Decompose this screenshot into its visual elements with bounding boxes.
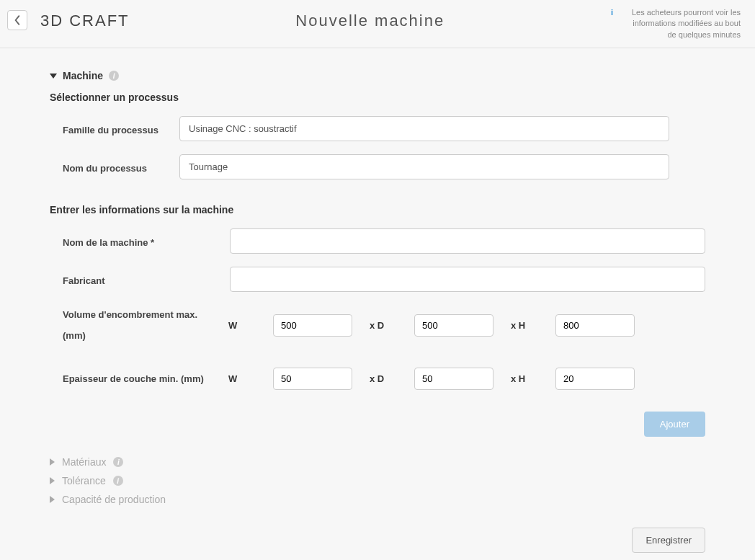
caret-right-icon xyxy=(50,496,55,503)
layer-h-input[interactable] xyxy=(555,368,635,390)
notice-text: Les acheteurs pourront voir les informat… xyxy=(632,8,741,39)
section-tolerance[interactable]: Tolérance i xyxy=(50,471,705,490)
layer-label: Epaisseur de couche min. (mm) xyxy=(63,369,228,390)
caret-down-icon xyxy=(50,74,57,79)
select-process-heading: Sélectionner un processus xyxy=(50,92,705,103)
manufacturer-input[interactable] xyxy=(230,267,705,292)
info-icon: i xyxy=(611,7,613,18)
dim-h-label: x H xyxy=(511,373,538,384)
machine-name-input[interactable] xyxy=(230,228,705,254)
section-machine[interactable]: Machine i xyxy=(50,70,705,81)
process-family-label: Famille du processus xyxy=(63,116,171,140)
layer-d-input[interactable] xyxy=(414,368,493,390)
section-capacite[interactable]: Capacité de production xyxy=(50,490,705,509)
dim-d-label: x D xyxy=(370,373,397,384)
section-tolerance-label: Tolérance xyxy=(62,475,106,486)
process-name-label: Nom du processus xyxy=(63,154,171,178)
layer-w-input[interactable] xyxy=(273,368,352,390)
section-machine-label: Machine xyxy=(63,70,103,81)
page-title: Nouvelle machine xyxy=(130,12,611,30)
dim-h-label: x H xyxy=(511,320,538,331)
dim-w-label: W xyxy=(228,320,256,331)
back-button[interactable] xyxy=(7,10,27,30)
caret-right-icon xyxy=(50,458,55,466)
volume-label: Volume d'encombrement max. (mm) xyxy=(63,305,228,346)
process-name-select[interactable]: Tournage xyxy=(179,154,669,179)
volume-w-input[interactable] xyxy=(273,314,352,337)
dim-d-label: x D xyxy=(370,320,397,331)
brand-title: 3D CRAFT xyxy=(40,12,130,30)
machine-name-label: Nom de la machine * xyxy=(63,228,221,252)
add-button[interactable]: Ajouter xyxy=(644,412,705,437)
caret-right-icon xyxy=(50,477,55,484)
info-icon: i xyxy=(113,476,123,486)
section-materiaux[interactable]: Matériaux i xyxy=(50,453,705,471)
section-materiaux-label: Matériaux xyxy=(62,456,106,468)
save-button[interactable]: Enregistrer xyxy=(632,528,705,553)
process-family-select[interactable]: Usinage CNC : soustractif xyxy=(179,116,669,141)
info-icon: i xyxy=(113,457,123,467)
manufacturer-label: Fabricant xyxy=(63,267,221,290)
dim-w-label: W xyxy=(228,373,256,384)
chevron-left-icon xyxy=(14,15,21,25)
volume-h-input[interactable] xyxy=(555,314,635,337)
header-notice: i Les acheteurs pourront voir les inform… xyxy=(611,7,741,40)
section-capacite-label: Capacité de production xyxy=(62,494,166,505)
info-icon: i xyxy=(109,71,119,81)
machine-info-heading: Entrer les informations sur la machine xyxy=(50,204,705,215)
volume-d-input[interactable] xyxy=(414,314,493,337)
